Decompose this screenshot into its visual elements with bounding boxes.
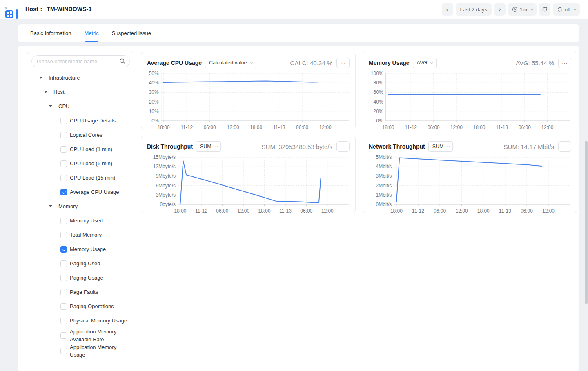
tab-metric[interactable]: Metric bbox=[84, 24, 98, 42]
tree-node-cpu[interactable]: CPU bbox=[31, 99, 130, 113]
svg-text:30%: 30% bbox=[149, 89, 159, 95]
checkbox-unchecked[interactable] bbox=[60, 232, 67, 238]
tree-node-total-memory[interactable]: Total Memory bbox=[31, 228, 130, 242]
checkbox-unchecked[interactable] bbox=[60, 289, 67, 295]
tree-node-application-memory-available-rate[interactable]: Application Memory Available Rate bbox=[31, 328, 130, 343]
svg-text:9Mbyte/s: 9Mbyte/s bbox=[156, 173, 176, 179]
metric-label[interactable]: Total Memory bbox=[70, 231, 102, 239]
tree-node-cpu-usage-details[interactable]: CPU Usage Details bbox=[31, 113, 130, 128]
tree-node-memory-used[interactable]: Memory Used bbox=[31, 213, 130, 228]
checkbox-unchecked[interactable] bbox=[60, 218, 67, 224]
metric-label[interactable]: Memory Used bbox=[70, 217, 103, 224]
tree-node-physical-memory-usage[interactable]: Physical Memory Usage bbox=[31, 313, 130, 328]
chevron-left-icon: ‹ bbox=[446, 6, 448, 13]
tree-branch-label[interactable]: Infrastructure bbox=[49, 75, 80, 81]
line-chart: 0byte/s3Mbyte/s6Mbyte/s9Mbyte/s12Mbyte/s… bbox=[147, 153, 350, 217]
page-scrollbar[interactable] bbox=[584, 19, 588, 371]
more-options-button[interactable]: ⋯ bbox=[336, 58, 350, 68]
tab-basic-information[interactable]: Basic Information bbox=[30, 24, 71, 42]
tree-node-application-memory-usage[interactable]: Application Memory Usage bbox=[31, 343, 130, 359]
interval-select[interactable]: 1m bbox=[508, 3, 537, 16]
caret-down-icon[interactable] bbox=[49, 205, 52, 207]
tree-node-cpu-load-1-min[interactable]: CPU Load (1 min) bbox=[31, 142, 130, 156]
checkbox-unchecked[interactable] bbox=[60, 175, 67, 181]
tab-suspected-issue[interactable]: Suspected Issue bbox=[112, 24, 151, 42]
metric-label[interactable]: CPU Load (15 min) bbox=[70, 174, 115, 182]
tree-node-memory[interactable]: Memory bbox=[31, 199, 130, 213]
svg-text:12:00: 12:00 bbox=[227, 124, 239, 130]
metric-label[interactable]: Average CPU Usage bbox=[70, 188, 119, 196]
metric-label[interactable]: Application Memory Available Rate bbox=[70, 328, 130, 343]
line-chart: 0%20%40%60%80%100%18:0011-1206:0012:0018… bbox=[369, 69, 571, 133]
line-chart: 0%10%20%30%40%50%18:0011-1206:0012:0018:… bbox=[147, 69, 350, 133]
svg-text:5Mbit/s: 5Mbit/s bbox=[376, 154, 392, 160]
metric-label[interactable]: Paging Operations bbox=[70, 302, 114, 310]
metric-label[interactable]: Application Memory Usage bbox=[70, 343, 130, 359]
checkbox-unchecked[interactable] bbox=[60, 118, 67, 124]
checkbox-unchecked[interactable] bbox=[60, 160, 67, 167]
checkbox-checked[interactable] bbox=[60, 246, 67, 253]
checkbox-unchecked[interactable] bbox=[60, 275, 67, 281]
search-icon[interactable] bbox=[119, 58, 126, 64]
metric-label[interactable]: CPU Load (1 min) bbox=[70, 145, 112, 153]
tree-node-cpu-load-15-min[interactable]: CPU Load (15 min) bbox=[31, 171, 130, 185]
tree-branch-label[interactable]: Host bbox=[53, 89, 65, 95]
tree-node-memory-usage[interactable]: Memory Usage bbox=[31, 242, 130, 256]
auto-refresh-select[interactable]: off bbox=[553, 3, 580, 16]
refresh-button[interactable] bbox=[539, 3, 550, 16]
aggregation-select[interactable]: SUM bbox=[196, 141, 221, 152]
checkbox-unchecked[interactable] bbox=[60, 146, 67, 153]
tree-node-average-cpu-usage[interactable]: Average CPU Usage bbox=[31, 185, 130, 199]
chart-stat-value: CALC: 40.34 % bbox=[290, 60, 332, 67]
tree-node-paging-operations[interactable]: Paging Operations bbox=[31, 299, 130, 313]
checkbox-unchecked[interactable] bbox=[60, 348, 67, 354]
checkbox-unchecked[interactable] bbox=[60, 332, 67, 339]
metric-label[interactable]: Physical Memory Usage bbox=[70, 317, 127, 324]
checkbox-checked[interactable] bbox=[60, 189, 67, 195]
metric-tree: InfrastructureHostCPUCPU Usage DetailsLo… bbox=[31, 71, 130, 359]
tree-node-page-faults[interactable]: Page Faults bbox=[31, 285, 130, 299]
checkbox-unchecked[interactable] bbox=[60, 303, 67, 310]
checkbox-unchecked[interactable] bbox=[60, 318, 67, 324]
prev-range-button[interactable]: ‹ bbox=[442, 3, 453, 16]
tree-node-paging-usage[interactable]: Paging Usage bbox=[31, 271, 130, 285]
time-range-button[interactable]: Last 2 days bbox=[456, 3, 492, 16]
aggregation-select[interactable]: Calculated value bbox=[205, 58, 256, 68]
app-grid-icon[interactable] bbox=[5, 10, 13, 18]
svg-text:06:00: 06:00 bbox=[434, 208, 446, 214]
metric-label[interactable]: Memory Usage bbox=[70, 245, 106, 253]
aggregation-select[interactable]: SUM bbox=[428, 141, 453, 152]
aggregation-select[interactable]: AVG bbox=[413, 58, 437, 68]
caret-down-icon[interactable] bbox=[49, 105, 52, 107]
tree-node-host[interactable]: Host bbox=[31, 85, 130, 99]
more-options-button[interactable]: ⋯ bbox=[558, 58, 571, 68]
checkbox-unchecked[interactable] bbox=[60, 132, 67, 138]
caret-down-icon[interactable] bbox=[44, 91, 47, 93]
tree-node-logical-cores[interactable]: Logical Cores bbox=[31, 128, 130, 142]
tree-branch-label[interactable]: Memory bbox=[58, 203, 78, 209]
aggregation-value: SUM bbox=[200, 144, 212, 149]
svg-text:0%: 0% bbox=[376, 118, 383, 124]
metric-label[interactable]: Paging Usage bbox=[70, 274, 103, 282]
search-input[interactable] bbox=[31, 55, 130, 67]
svg-text:12:00: 12:00 bbox=[542, 208, 555, 214]
caret-down-icon[interactable] bbox=[39, 77, 42, 79]
close-icon[interactable]: × bbox=[5, 7, 7, 10]
metric-label[interactable]: Page Faults bbox=[70, 288, 98, 296]
tree-node-cpu-load-5-min[interactable]: CPU Load (5 min) bbox=[31, 156, 130, 171]
more-options-button[interactable]: ⋯ bbox=[558, 141, 571, 152]
tree-node-infrastructure[interactable]: Infrastructure bbox=[31, 71, 130, 85]
more-options-button[interactable]: ⋯ bbox=[336, 141, 350, 152]
scrollbar-thumb[interactable] bbox=[585, 141, 588, 304]
chevron-down-icon bbox=[250, 60, 253, 64]
metric-label[interactable]: CPU Load (5 min) bbox=[70, 160, 112, 167]
next-range-button[interactable]: › bbox=[494, 3, 506, 16]
aggregation-value: SUM bbox=[432, 144, 444, 149]
extension-widget[interactable]: × bbox=[5, 7, 19, 20]
metric-label[interactable]: Paging Used bbox=[70, 260, 100, 267]
checkbox-unchecked[interactable] bbox=[60, 260, 67, 267]
metric-label[interactable]: CPU Usage Details bbox=[70, 117, 116, 124]
metric-label[interactable]: Logical Cores bbox=[70, 131, 102, 139]
tree-node-paging-used[interactable]: Paging Used bbox=[31, 256, 130, 271]
tree-branch-label[interactable]: CPU bbox=[58, 103, 69, 109]
